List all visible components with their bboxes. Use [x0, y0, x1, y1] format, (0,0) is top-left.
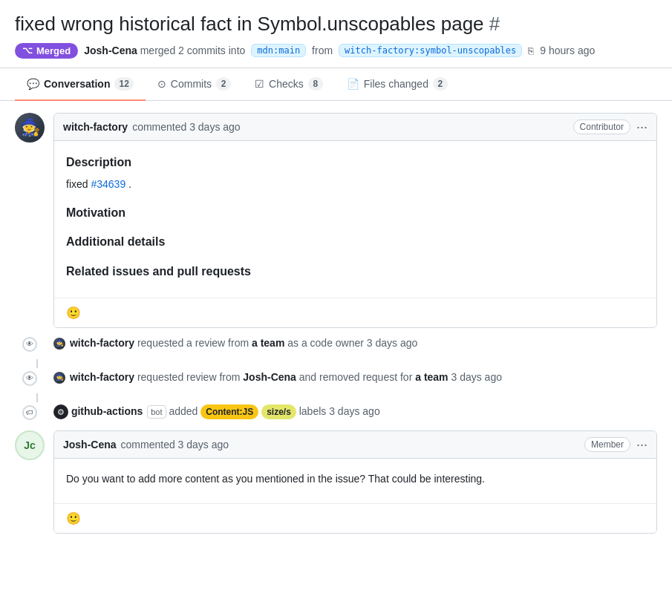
tabs-bar: 💬 Conversation 12 ⊙ Commits 2 ☑ Checks 8… [0, 68, 672, 101]
first-comment-header: witch-factory commented 3 days ago Contr… [54, 114, 656, 141]
second-comment-header-left: Josh-Cena commented 3 days ago [63, 439, 229, 450]
pr-title: fixed wrong historical fact in Symbol.un… [15, 12, 657, 37]
first-comment-section: 🧙 witch-factory commented 3 days ago Con… [15, 113, 657, 328]
motivation-heading: Motivation [66, 203, 645, 223]
tab-conversation-count: 12 [114, 77, 133, 91]
second-comment-time: commented 3 days ago [121, 439, 229, 450]
timeline-section: 👁 🧙 witch-factory requested a review fro… [15, 334, 657, 422]
checks-icon: ☑ [255, 78, 264, 90]
additional-heading: Additional details [66, 232, 645, 252]
description-paragraph: fixed #34639 . [66, 176, 645, 192]
tab-commits-label: Commits [171, 78, 212, 90]
timeline-suffix-2: 3 days ago [451, 371, 502, 383]
timeline-event-2: 👁 🧙 witch-factory requested review from … [15, 368, 657, 387]
timeline-connector-2 [36, 393, 38, 402]
contributor-badge: Contributor [573, 119, 630, 134]
tab-conversation-label: Conversation [44, 78, 110, 90]
second-comment-footer: 🙂 [54, 503, 656, 533]
first-comment-more-menu[interactable]: ··· [636, 120, 647, 134]
timeline-action-1: requested a review from [137, 337, 252, 349]
eye-icon-1: 👁 [22, 337, 37, 352]
second-comment-section: Jc Josh-Cena commented 3 days ago Member… [15, 430, 657, 534]
josh-cena-avatar: Jc [15, 430, 45, 460]
description-fixed-text: fixed [66, 178, 88, 190]
pr-from-text: from [312, 45, 333, 56]
first-comment-time: commented 3 days ago [132, 121, 241, 133]
timeline-connector-1 [36, 359, 38, 368]
tag-icon-3: 🏷 [22, 405, 37, 420]
timeline-text-3: ⚙ github-actions bot added Content:JS si… [53, 402, 657, 419]
pr-author[interactable]: Josh-Cena [84, 45, 137, 56]
target-branch-tag[interactable]: mdn:main [251, 44, 306, 57]
tab-files-changed[interactable]: 📄 Files changed 2 [335, 68, 460, 101]
tab-files-label: Files changed [364, 78, 428, 90]
timeline-middle-2: and removed request for [299, 371, 415, 383]
timeline-action-2: requested review from [137, 371, 243, 383]
first-comment-emoji-button[interactable]: 🙂 [63, 304, 84, 321]
timeline-target2-2[interactable]: a team [415, 371, 448, 383]
timeline-icon-2: 👁 [15, 370, 45, 387]
timeline-actor-1[interactable]: witch-factory [70, 337, 134, 349]
source-branch-tag[interactable]: witch-factory:symbol-unscopables [339, 44, 522, 57]
witch-small-avatar-2: 🧙 [53, 372, 65, 384]
witch-factory-avatar: 🧙 [15, 113, 45, 142]
second-comment-body-text: Do you want to add more content as you m… [66, 471, 645, 487]
eye-icon-2: 👁 [22, 371, 37, 386]
tab-commits-count: 2 [216, 77, 231, 91]
commits-icon: ⊙ [157, 78, 166, 90]
timeline-event-1: 👁 🧙 witch-factory requested a review fro… [15, 334, 657, 353]
timeline-suffix-3: labels 3 days ago [299, 405, 380, 417]
second-comment-container: Josh-Cena commented 3 days ago Member ··… [53, 430, 657, 534]
member-badge: Member [584, 437, 630, 452]
tab-conversation[interactable]: 💬 Conversation 12 [15, 68, 146, 101]
files-icon: 📄 [347, 78, 359, 90]
pr-title-text: fixed wrong historical fact in Symbol.un… [15, 13, 484, 35]
josh-cena-avatar-text: Jc [24, 439, 36, 451]
conversation-icon: 💬 [27, 78, 39, 90]
tab-commits[interactable]: ⊙ Commits 2 [146, 68, 243, 101]
tab-checks-label: Checks [269, 78, 304, 90]
timeline-text-2: 🧙 witch-factory requested review from Jo… [53, 368, 657, 385]
tab-checks[interactable]: ☑ Checks 8 [243, 68, 335, 101]
page-header: fixed wrong historical fact in Symbol.un… [0, 0, 672, 68]
pr-action: merged 2 commits into [140, 45, 246, 56]
related-heading: Related issues and pull requests [66, 262, 645, 281]
timeline-actor-2[interactable]: witch-factory [70, 371, 134, 383]
second-comment-emoji-button[interactable]: 🙂 [63, 510, 84, 527]
merged-badge: ⌥ Merged [15, 43, 78, 59]
timeline-text-1: 🧙 witch-factory requested a review from … [53, 334, 657, 351]
timeline-event-3: 🏷 ⚙ github-actions bot added Content:JS … [15, 402, 657, 422]
second-comment-header-right: Member ··· [584, 437, 647, 452]
second-comment-header: Josh-Cena commented 3 days ago Member ··… [54, 431, 656, 459]
pr-meta-text: Josh-Cena merged 2 commits into [84, 45, 245, 56]
main-content: 🧙 witch-factory commented 3 days ago Con… [0, 101, 672, 551]
second-comment-body: Do you want to add more content as you m… [54, 459, 656, 503]
second-comment-more-menu[interactable]: ··· [636, 438, 647, 451]
pr-meta: ⌥ Merged Josh-Cena merged 2 commits into… [15, 43, 657, 59]
merge-icon: ⌥ [22, 45, 33, 56]
description-heading: Description [66, 153, 645, 172]
timeline-action-3: added [169, 405, 200, 417]
pr-number: # [489, 13, 500, 35]
github-actions-avatar: ⚙ [53, 404, 68, 419]
witch-small-avatar-1: 🧙 [53, 338, 65, 350]
first-comment-header-left: witch-factory commented 3 days ago [63, 121, 241, 133]
timeline-icon-1: 👁 [15, 335, 45, 353]
first-comment-container: witch-factory commented 3 days ago Contr… [53, 113, 657, 328]
first-comment-author[interactable]: witch-factory [63, 121, 128, 133]
timeline-target-1[interactable]: a team [252, 337, 284, 349]
first-comment-footer: 🙂 [54, 298, 656, 327]
second-comment-author[interactable]: Josh-Cena [63, 439, 117, 450]
merged-badge-label: Merged [36, 45, 71, 56]
timeline-target-2[interactable]: Josh-Cena [243, 371, 296, 383]
pr-time-ago: 9 hours ago [540, 45, 595, 56]
copy-branch-icon[interactable]: ⎘ [528, 45, 534, 56]
issue-link[interactable]: #34639 [91, 178, 125, 190]
first-comment-header-right: Contributor ··· [573, 119, 647, 134]
github-actions-actor[interactable]: github-actions [71, 405, 143, 417]
timeline-suffix-1: as a code owner 3 days ago [287, 337, 417, 349]
bot-badge: bot [147, 405, 166, 419]
size-s-label[interactable]: size/s [261, 404, 296, 419]
description-after-text: . [128, 178, 131, 190]
content-js-label[interactable]: Content:JS [200, 404, 258, 419]
